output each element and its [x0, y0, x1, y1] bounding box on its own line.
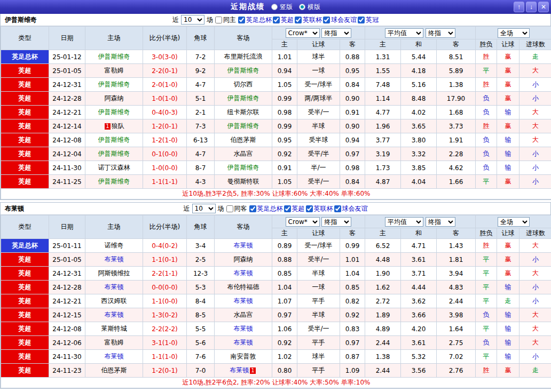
avg-time-select[interactable]: 终指	[426, 217, 455, 227]
away-team-cell: 伊普斯维奇	[215, 119, 272, 133]
close-icon: ✕	[541, 3, 546, 11]
red-card-badge: 1	[105, 123, 110, 130]
handicap-cell: 受半球	[297, 133, 340, 147]
away-team-cell: 布伦特福德	[215, 281, 272, 294]
away-team-cell: 布莱顿	[215, 294, 272, 308]
league-filter[interactable]: 英足总杯	[238, 15, 272, 25]
handicap-cell: 平手	[297, 294, 340, 308]
away-team-name: 布莱顿	[234, 297, 253, 305]
scope-select[interactable]: 全场	[498, 217, 530, 227]
home-odds-cell: 0.98	[272, 106, 297, 119]
avg-away-cell: 8.51	[437, 50, 476, 64]
same-venue-filter[interactable]: 同客	[226, 204, 247, 213]
score-cell: 1-2(1-0)	[143, 133, 187, 147]
average-select[interactable]: 平均值	[385, 217, 423, 227]
avg-draw-cell: 8.48	[401, 92, 437, 106]
match-row: 英超24-12-04伊普斯维奇0-1(0-0)4-7水晶宫0.92受平/半0.9…	[1, 147, 551, 161]
away-odds-cell: 0.95	[340, 64, 365, 78]
handicap-cell: 受一/球半	[297, 78, 340, 92]
avg-home-cell: 1.62	[365, 281, 401, 294]
league-filter[interactable]: 英冠	[358, 15, 379, 25]
league-filter[interactable]: 英超	[273, 15, 294, 25]
handicap-cell: 受半/一	[297, 106, 340, 119]
league-checkbox[interactable]	[284, 205, 291, 212]
league-checkbox[interactable]	[323, 17, 330, 23]
away-team-name: 布里斯托流浪	[224, 53, 263, 60]
goals-result-cell: 走	[519, 50, 551, 64]
scroll-down-button[interactable]: ↓	[526, 2, 537, 12]
league-filter[interactable]: 英联杯	[306, 204, 333, 213]
average-select[interactable]: 平均值	[385, 28, 423, 38]
odds-time-select[interactable]: 终指	[321, 28, 351, 38]
col-header-score: 比分(半场)	[143, 215, 187, 239]
home-odds-cell: 0.91	[272, 161, 297, 175]
match-date: 25-01-05	[49, 253, 85, 267]
avg-time-select[interactable]: 终指	[426, 28, 455, 38]
home-odds-cell: 1.05	[272, 175, 297, 189]
match-row: 英超25-01-05布莱顿1-1(0-1)2-5阿森纳0.88受半/一1.014…	[1, 253, 551, 267]
league-checkbox[interactable]	[295, 17, 302, 23]
away-odds-cell: 0.90	[340, 92, 365, 106]
league-filter[interactable]: 球会友谊	[334, 204, 368, 213]
away-odds-cell: 0.91	[340, 106, 365, 119]
avg-away-cell: 2.28	[437, 147, 476, 161]
page-title: 近期战绩	[231, 2, 265, 12]
home-team-name: 富勒姆	[105, 339, 124, 346]
home-odds-cell: 0.89	[272, 239, 297, 253]
league-filter-list-1: 英足总杯英超英联杯球会友谊	[249, 204, 368, 213]
league-checkbox[interactable]	[306, 205, 313, 212]
layout-radio-horizontal[interactable]: 横版	[299, 3, 320, 12]
same-venue-checkbox[interactable]	[226, 205, 233, 212]
col-header-type: 类型	[1, 215, 49, 239]
close-button[interactable]: ✕	[538, 2, 549, 12]
match-count-select[interactable]: 10	[181, 15, 204, 25]
home-odds-cell: 0.88	[272, 253, 297, 267]
match-date: 24-12-28	[49, 92, 85, 106]
avg-draw-cell: 3.56	[401, 364, 437, 378]
match-count-select[interactable]: 10	[192, 204, 216, 213]
away-team-name: 阿森纳	[234, 255, 253, 263]
league-type-cell: 英超	[1, 147, 49, 161]
home-team-cell: 布莱顿	[85, 253, 143, 267]
result-cell: 胜	[476, 364, 497, 378]
league-checkbox[interactable]	[334, 205, 341, 212]
handicap-result-cell: 走	[497, 294, 519, 308]
home-odds-cell: 0.85	[272, 267, 297, 281]
match-row: 英超24-12-31阿斯顿维拉2-2(1-1)12-3布莱顿0.85半球1.04…	[1, 267, 551, 281]
away-team-name: 伊普斯维奇	[227, 122, 259, 130]
scope-select[interactable]: 全场	[498, 28, 530, 38]
near-label: 近	[172, 15, 179, 25]
handicap-result-cell: 赢	[497, 175, 519, 189]
col-header-avg-away: 客	[437, 228, 476, 239]
away-odds-cell: 0.82	[340, 294, 365, 308]
league-filter[interactable]: 英超	[284, 204, 305, 213]
league-checkbox[interactable]	[358, 17, 365, 23]
avg-draw-cell: 4.18	[401, 64, 437, 78]
bookmaker-select[interactable]: Crow*	[286, 217, 320, 227]
away-odds-cell: 1.04	[340, 267, 365, 281]
layout-radio-vertical[interactable]: 竖版	[271, 3, 293, 12]
league-checkbox[interactable]	[238, 17, 245, 23]
league-type-cell: 英超	[1, 119, 49, 133]
league-label: 英足总杯	[257, 204, 283, 213]
league-filter[interactable]: 英联杯	[295, 15, 322, 25]
league-checkbox[interactable]	[273, 17, 280, 23]
league-checkbox[interactable]	[249, 205, 256, 212]
avg-away-cell: 1.68	[437, 106, 476, 119]
scroll-up-button[interactable]: ↑	[514, 2, 524, 12]
col-header-handicap: 让球	[297, 39, 340, 50]
handicap-cell: 球半	[297, 50, 340, 64]
odds-time-select[interactable]: 终指	[321, 217, 351, 227]
league-filter[interactable]: 球会友谊	[323, 15, 357, 25]
league-label: 英超	[292, 204, 305, 213]
league-filter[interactable]: 英足总杯	[249, 204, 283, 213]
same-venue-filter[interactable]: 同主	[215, 15, 236, 25]
match-date: 25-01-12	[49, 50, 85, 64]
league-label: 英联杯	[303, 15, 322, 25]
score-cell: 0-4(0-2)	[143, 239, 187, 253]
handicap-result-cell: 赢	[497, 267, 519, 281]
corner-cell: 4-7	[187, 147, 215, 161]
score-cell: 2-2(2-2)	[143, 322, 187, 336]
bookmaker-select[interactable]: Crow*	[286, 28, 320, 38]
same-venue-checkbox[interactable]	[215, 17, 222, 23]
